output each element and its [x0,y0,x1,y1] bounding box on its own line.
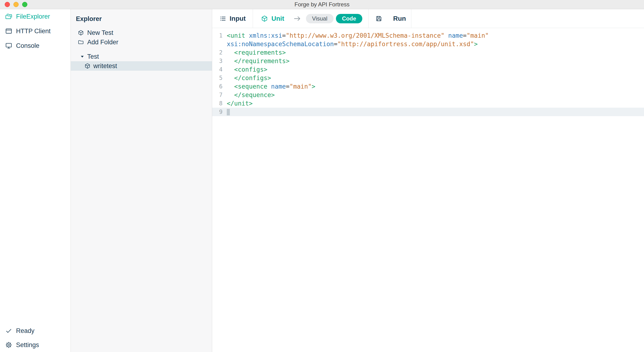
sidebar-item-fileexplorer[interactable]: FileExplorer [0,9,70,24]
line-number: 9 [212,108,222,116]
code-line-2[interactable]: 2 <requirements> [212,48,644,57]
explorer-action-label: New Test [87,29,114,36]
explorer-actions: New TestAdd Folder [71,28,212,47]
folder-icon [78,39,84,45]
tab-unit-label: Unit [271,15,284,22]
sidebar-item-settings[interactable]: Settings [0,338,70,352]
tab-input-label: Input [230,15,246,22]
code-line-5[interactable]: 5 </configs> [212,74,644,82]
line-number: 6 [212,82,222,91]
code-line-text: </configs> [222,74,644,82]
sidebar-item-label: Ready [16,327,34,335]
run-button[interactable]: Run [393,15,406,22]
explorer-tree: Testwritetest [71,52,212,71]
code-line-7[interactable]: 7 </sequence> [212,91,644,99]
line-number: 5 [212,74,222,82]
console-icon [5,42,12,49]
explorer-title: Explorer [71,15,212,23]
explorer-action-label: Add Folder [87,39,118,46]
editor-toolbar: Input Unit Visual Code Run [212,9,644,28]
code-line-text: <unit xmlns:xsi="http://www.w3.org/2001/… [222,31,644,48]
main-area: FileExplorerHTTP ClientConsole ReadySett… [0,9,644,352]
line-number: 7 [212,91,222,99]
code-editor[interactable]: 1<unit xmlns:xsi="http://www.w3.org/2001… [212,28,644,352]
sidebar-item-console[interactable]: Console [0,38,70,53]
sidebar-spacer [0,53,70,324]
explorer-panel: Explorer New TestAdd Folder Testwritetes… [71,9,212,352]
text-cursor [227,109,230,115]
code-line-4[interactable]: 4 <configs> [212,65,644,74]
caret-down-icon [80,54,85,59]
app-window: Forge by API Fortress FileExplorerHTTP C… [0,0,644,352]
http-client-icon [5,27,12,35]
visual-toggle-button[interactable]: Visual [306,14,334,23]
sidebar: FileExplorerHTTP ClientConsole ReadySett… [0,9,71,352]
traffic-lights [5,0,27,9]
list-icon [219,15,226,22]
sidebar-footer: ReadySettings [0,324,70,352]
tree-folder-label: Test [87,53,99,60]
code-line-text: <configs> [222,65,644,74]
titlebar: Forge by API Fortress [0,0,644,9]
tree-item-writetest[interactable]: writetest [71,61,212,71]
toolbar-separator [411,9,411,28]
line-number: 3 [212,57,222,65]
check-icon [5,327,12,334]
arrow-right-icon [293,14,301,23]
gear-icon [5,342,12,349]
save-icon[interactable] [375,15,382,22]
line-number: 2 [212,48,222,57]
tree-folder-test[interactable]: Test [71,52,212,61]
sidebar-nav: FileExplorerHTTP ClientConsole [0,9,70,53]
code-line-text: </unit> [222,99,644,108]
code-line-text: </sequence> [222,91,644,99]
tree-item-label: writetest [93,62,117,70]
explorer-action-add-folder[interactable]: Add Folder [71,37,212,47]
tab-input[interactable]: Input [212,9,253,28]
code-line-8[interactable]: 8</unit> [212,99,644,108]
sidebar-item-label: Console [16,42,39,49]
unit-cube-icon [78,30,84,36]
code-line-text [222,108,644,116]
unit-cube-icon [261,15,268,22]
line-number: 4 [212,65,222,74]
close-window-button[interactable] [5,2,10,7]
zoom-window-button[interactable] [22,2,27,7]
code-line-1[interactable]: 1<unit xmlns:xsi="http://www.w3.org/2001… [212,31,644,48]
sidebar-item-label: Settings [16,342,39,349]
unit-cube-icon [84,63,90,69]
sidebar-item-label: HTTP Client [16,27,51,35]
code-line-text: <sequence name="main"> [222,82,644,91]
sidebar-item-label: FileExplorer [16,13,50,20]
editor-pane: Input Unit Visual Code Run [212,9,644,352]
code-line-9[interactable]: 9 [212,108,644,116]
code-line-text: <requirements> [222,48,644,57]
run-group: Run [369,9,411,28]
minimize-window-button[interactable] [14,2,18,7]
tab-unit[interactable]: Unit [253,9,284,28]
code-line-6[interactable]: 6 <sequence name="main"> [212,82,644,91]
code-line-text: </requirements> [222,57,644,65]
sidebar-item-http-client[interactable]: HTTP Client [0,24,70,38]
code-toggle-button[interactable]: Code [336,14,362,23]
view-mode-toggle: Visual Code [306,14,368,23]
explorer-action-new-test[interactable]: New Test [71,28,212,37]
line-number: 1 [212,31,222,48]
window-title: Forge by API Fortress [0,1,644,8]
code-line-3[interactable]: 3 </requirements> [212,57,644,65]
file-explorer-icon [5,13,12,20]
line-number: 8 [212,99,222,108]
sidebar-item-ready[interactable]: Ready [0,324,70,338]
